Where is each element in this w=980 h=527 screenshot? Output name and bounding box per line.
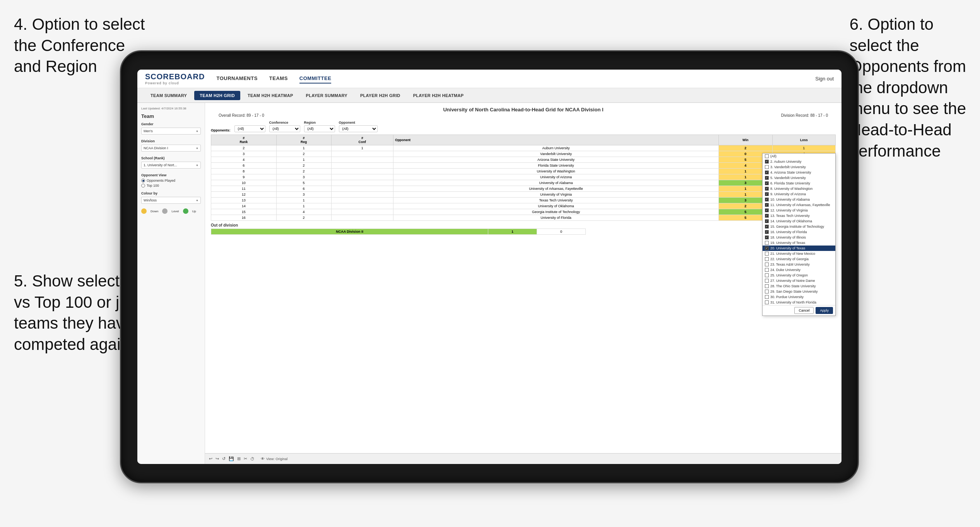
nav-signout[interactable]: Sign out: [815, 76, 834, 82]
table-row: 162University of Florida51: [211, 215, 836, 221]
dropdown-item[interactable]: ✓16. University of Florida: [763, 229, 835, 235]
copy-icon[interactable]: ⊞: [237, 456, 241, 461]
opponent-view-played[interactable]: Opponents Played: [141, 179, 201, 182]
legend-down-label: Down: [151, 210, 158, 213]
opponent-select[interactable]: (All): [339, 125, 378, 132]
cell-rank: 11: [211, 186, 277, 192]
dropdown-item[interactable]: ✓14. University of Oklahoma: [763, 218, 835, 224]
th-win: Win: [718, 135, 772, 145]
school-select[interactable]: 1. University of Nort...: [141, 162, 201, 169]
view-label-text: View: Original: [266, 457, 287, 461]
dropdown-item-label: 10. University of Alabama: [770, 198, 810, 201]
redo-icon[interactable]: ↪: [215, 456, 219, 461]
filter-group-region: Region (All): [304, 121, 335, 132]
dropdown-checkbox: [765, 273, 769, 277]
radio-played-dot: [141, 179, 145, 182]
subnav-player-h2h-grid[interactable]: PLAYER H2H GRID: [355, 91, 406, 100]
table-row: 32Vanderbilt University04: [211, 151, 836, 157]
dropdown-item[interactable]: ✓11. University of Arkansas, Fayettevill…: [763, 202, 835, 208]
dropdown-checkbox: [765, 241, 769, 245]
dropdown-item[interactable]: ✓2. Auburn University: [763, 159, 835, 164]
dropdown-item[interactable]: ✓10. University of Alabama: [763, 197, 835, 202]
dropdown-checkbox: ✓: [765, 160, 769, 164]
dropdown-item-label: 11. University of Arkansas, Fayetteville: [770, 203, 830, 207]
dropdown-item[interactable]: 29. San Diego State University: [763, 289, 835, 294]
dropdown-item-label: 3. Vanderbilt University: [770, 165, 806, 169]
opponent-dropdown[interactable]: (All)✓2. Auburn University3. Vanderbilt …: [762, 153, 836, 316]
colour-label: Colour by: [141, 191, 201, 195]
dropdown-item[interactable]: ✓13. Texas Tech University: [763, 213, 835, 218]
tablet-screen: SCOREBOARD Powered by cloud TOURNAMENTS …: [137, 70, 841, 464]
subnav-player-summary[interactable]: PLAYER SUMMARY: [301, 91, 353, 100]
subnav-team-h2h-heatmap[interactable]: TEAM H2H HEATMAP: [242, 91, 299, 100]
annotation-tl-line2: the Conference: [14, 36, 125, 55]
dropdown-item[interactable]: 25. University of Oregon: [763, 273, 835, 278]
dropdown-checkbox: ✓: [765, 198, 769, 201]
cell-opponent: Arizona State University: [393, 157, 719, 163]
annotation-tl-line1: 4. Option to select: [14, 15, 145, 33]
division-select[interactable]: NCAA Division I: [141, 145, 201, 152]
bottom-bar: ↩ ↪ ↺ 💾 ⊞ ✂ ⏱ 👁 View: Original: [205, 453, 841, 464]
nav-committee[interactable]: COMMITTEE: [299, 74, 332, 84]
subnav-team-summary[interactable]: TEAM SUMMARY: [145, 91, 192, 100]
dropdown-item[interactable]: 28. The Ohio State University: [763, 283, 835, 289]
refresh-icon[interactable]: ↺: [222, 456, 226, 461]
dropdown-item[interactable]: 30. Purdue University: [763, 294, 835, 300]
cell-opponent: University of Florida: [393, 215, 719, 221]
dropdown-item[interactable]: 27. University of Notre Dame: [763, 278, 835, 283]
nav-tournaments[interactable]: TOURNAMENTS: [216, 74, 257, 84]
opponent-view-top100[interactable]: Top 100: [141, 184, 201, 188]
subnav-player-h2h-heatmap[interactable]: PLAYER H2H HEATMAP: [408, 91, 469, 100]
division-record: Division Record: 88 - 17 - 0: [781, 113, 828, 118]
dropdown-checkbox: [765, 252, 769, 256]
dropdown-buttons: Cancel Apply: [763, 305, 835, 316]
dropdown-item[interactable]: 21. University of New Mexico: [763, 251, 835, 256]
dropdown-item[interactable]: 31. University of North Florida: [763, 300, 835, 305]
dropdown-item[interactable]: 24. Duke University: [763, 267, 835, 273]
dropdown-item[interactable]: ✓15. Georgia Institute of Technology: [763, 224, 835, 229]
filter-group-conference: Conference (All): [269, 121, 300, 132]
dropdown-item[interactable]: 19. University of Texas: [763, 240, 835, 246]
th-conf: #Conf: [331, 135, 393, 145]
nav-bar: SCOREBOARD Powered by cloud TOURNAMENTS …: [137, 70, 841, 88]
filter-group-opponents: (All): [234, 125, 265, 132]
save-icon[interactable]: 💾: [229, 456, 234, 461]
nav-teams[interactable]: TEAMS: [269, 74, 288, 84]
dropdown-item[interactable]: 3. Vanderbilt University: [763, 164, 835, 170]
dropdown-item[interactable]: ✓5. Vanderbilt University: [763, 175, 835, 181]
dropdown-item-label: 2. Auburn University: [770, 160, 802, 164]
radio-top100-dot: [141, 184, 145, 188]
colour-select[interactable]: Win/loss: [141, 197, 201, 204]
cell-reg: 2: [276, 169, 331, 174]
th-loss: Loss: [772, 135, 835, 145]
cut-icon[interactable]: ✂: [244, 456, 247, 461]
dropdown-item[interactable]: ✓12. University of Virginia: [763, 208, 835, 213]
dropdown-item[interactable]: ✓6. Florida State University: [763, 181, 835, 186]
undo-icon[interactable]: ↩: [209, 456, 212, 461]
dropdown-item[interactable]: ✓18. University of Illinois: [763, 235, 835, 240]
legend: Down Level Up: [141, 208, 201, 214]
dropdown-item[interactable]: (All): [763, 153, 835, 159]
dropdown-item[interactable]: ✓4. Arizona State University: [763, 170, 835, 175]
th-reg: #Reg: [276, 135, 331, 145]
gender-select[interactable]: Men's: [141, 128, 201, 135]
region-select[interactable]: (All): [304, 125, 335, 132]
cell-reg: 1: [276, 203, 331, 209]
apply-button[interactable]: Apply: [816, 307, 833, 314]
right-panel: University of North Carolina Head-to-Hea…: [205, 103, 841, 464]
opponents-select[interactable]: (All): [234, 125, 265, 132]
table-row: 62Florida State University42: [211, 163, 836, 169]
dropdown-item[interactable]: ✓20. University of Texas: [763, 246, 835, 251]
dropdown-checkbox: ✓: [765, 192, 769, 196]
subnav-team-h2h-grid[interactable]: TEAM H2H GRID: [194, 91, 240, 100]
dropdown-checkbox: ✓: [765, 171, 769, 174]
cancel-button[interactable]: Cancel: [794, 307, 814, 314]
conference-filter-label: Conference: [269, 121, 300, 125]
cell-opponent: University of Virginia: [393, 192, 719, 198]
dropdown-item[interactable]: 23. Texas A&M University: [763, 262, 835, 267]
dropdown-item-label: 24. Duke University: [770, 268, 800, 272]
dropdown-item[interactable]: 22. University of Georgia: [763, 256, 835, 262]
dropdown-item[interactable]: ✓9. University of Arizona: [763, 191, 835, 197]
dropdown-item[interactable]: ✓8. University of Washington: [763, 186, 835, 191]
conference-select[interactable]: (All): [269, 125, 300, 132]
